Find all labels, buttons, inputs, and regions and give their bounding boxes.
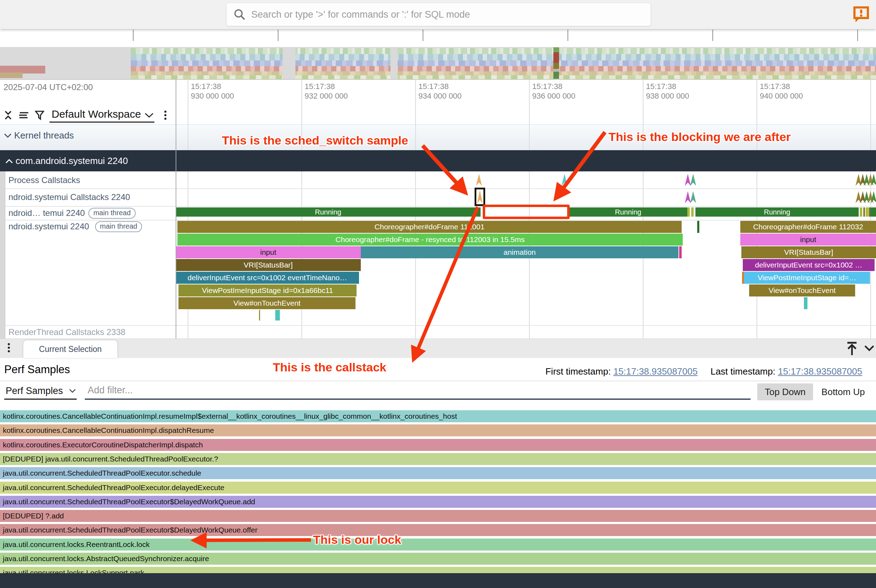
callstack-sample-marker[interactable] [690,191,696,203]
track-label-thread-state[interactable]: ndroid… temui 2240main thread [9,208,136,219]
ruler-major-tick [423,30,423,41]
callstack-frame-row[interactable]: [DEDUPED] ?.add [0,510,876,522]
search-input[interactable] [250,9,640,21]
callstack-frame-row[interactable]: kotlinx.coroutines.ExecutorCoroutineDisp… [0,439,876,451]
track-label-main-thread[interactable]: ndroid.systemui 2240 main thread [9,221,142,232]
last-timestamp-link[interactable]: 15:17:38.935087005 [778,366,862,376]
add-filter-input[interactable] [87,384,749,396]
filter-source-select[interactable]: Perf Samples [6,386,76,396]
track-list-icon[interactable] [18,111,29,119]
first-timestamp-label: First timestamp: [545,366,610,376]
select-underline [4,399,76,400]
annotation-sched-switch: This is the sched_switch sample [222,134,408,147]
workspace-menu-icon[interactable] [164,109,166,121]
kernel-threads-label: Kernel threads [14,130,74,141]
callstack-sample-marker[interactable] [685,191,691,203]
divider [0,220,876,220]
callstack-sample-marker[interactable] [685,174,691,186]
track-label-process-callstacks[interactable]: Process Callstacks [9,175,80,185]
callstack-frame-row[interactable]: kotlinx.coroutines.CancellableContinuati… [0,424,876,436]
callstack-frame-row[interactable]: java.util.concurrent.ScheduledThreadPool… [0,482,876,494]
timeline-slice[interactable]: animation [361,246,678,258]
timeline-slice[interactable]: input [176,246,361,258]
timeline-slice[interactable]: ViewPostImeInputStage id=0x1a66bc11 [178,285,357,297]
timeline-slice[interactable]: Running [695,207,859,217]
timeline-slice[interactable] [691,207,694,217]
callstack-frame-row[interactable]: java.util.concurrent.locks.ReentrantLock… [0,538,876,550]
callstack-frame-row[interactable]: java.util.concurrent.ScheduledThreadPool… [0,524,876,536]
minimap-band-red [131,66,876,71]
chevron-down-icon [3,133,12,138]
panel-resize-edge[interactable] [176,80,176,339]
workspace-selector[interactable]: Default Workspace [50,108,154,123]
collapse-tracks-icon[interactable] [3,111,13,120]
bottom-up-button[interactable]: Bottom Up [816,383,870,400]
time-axis-label: 15:17:38934 000 000 [418,82,462,101]
time-axis-label: 15:17:38932 000 000 [304,82,348,101]
timeline-slice[interactable] [697,221,699,233]
timeline-slice[interactable] [275,310,280,321]
chevron-down-icon[interactable] [144,112,154,118]
minimap-band-olive [131,75,876,79]
selected-sample-box[interactable] [475,188,485,206]
filter-funnel-icon[interactable] [34,110,45,120]
timeline-slice[interactable] [687,207,690,217]
ruler-major-tick [567,30,568,41]
timeline-slice[interactable]: Choreographer#doFrame 112032 [740,221,876,233]
callstack-sample-marker[interactable] [476,174,482,186]
track-label-renderthread[interactable]: RenderThread Callstacks 2338 [9,327,126,337]
callstack-frame-row[interactable]: kotlinx.coroutines.CancellableContinuati… [0,410,876,422]
process-group-header[interactable] [0,150,876,171]
timeline-slice[interactable] [679,246,682,258]
callstack-frame-row[interactable]: java.util.concurrent.locks.AbstractQueue… [0,553,876,565]
tab-current-selection[interactable]: Current Selection [23,340,117,358]
timeline-slice[interactable] [860,207,862,217]
track-label-thread-callstacks[interactable]: ndroid.systemui Callstacks 2240 [9,192,130,202]
timeline-slice[interactable]: ViewPostImeInputStage id=… [744,272,870,284]
timeline-slice[interactable] [868,207,870,217]
timeline-slice[interactable]: input [740,234,876,246]
ruler-major-tick [712,30,713,41]
timeline-slice[interactable] [863,207,865,217]
timeline-slice[interactable]: Choreographer#doFrame 112001 [177,221,682,233]
first-timestamp-link[interactable]: 15:17:38.935087005 [614,366,698,376]
callstack-sample-marker[interactable] [690,174,696,186]
timeline-slice[interactable]: Choreographer#doFrame - resynced to 1120… [177,234,683,246]
timeline-slice[interactable]: Running [569,207,687,217]
timeline-slice[interactable]: deliverInputEvent src=0x1002 … [743,259,874,271]
search-box[interactable] [226,3,651,26]
timeline-slice[interactable] [804,297,807,309]
timeline-slice[interactable]: Running [176,207,481,217]
callstack-frame-row[interactable]: java.util.concurrent.ScheduledThreadPool… [0,467,876,479]
callstack-frame-row[interactable]: [DEDUPED] java.util.concurrent.Scheduled… [0,453,876,465]
blocking-gap-highlight-box [483,205,570,219]
last-timestamp-label: Last timestamp: [711,366,776,376]
minimap-band-blue [131,60,876,66]
time-ruler[interactable]: 15:17:3615:17:3715:17:3815:17:3915:17:40… [0,29,876,47]
ruler-major-tick [133,30,134,41]
annotation-callstack: This is the callstack [273,360,386,374]
timeline-slice[interactable]: View#onTouchEvent [749,285,855,297]
timeline-slice[interactable]: VRI[StatusBar] [741,246,876,258]
top-down-button[interactable]: Top Down [757,383,813,400]
timeline-slice[interactable]: VRI[StatusBar] [176,259,361,271]
panel-menu-icon[interactable] [8,342,10,354]
minimap-idle-gap [390,47,398,79]
callstack-frame-row[interactable]: java.util.concurrent.ScheduledThreadPool… [0,496,876,508]
timeline-slice[interactable]: View#onTouchEvent [178,297,356,309]
minimap-left-activity [0,72,22,78]
collapse-panel-chevron-icon[interactable] [864,345,875,352]
main-thread-badge: main thread [88,208,136,219]
time-axis-label: 15:17:38936 000 000 [532,82,575,101]
callstack-sample-marker[interactable] [561,174,567,186]
time-axis-label: 15:17:38930 000 000 [191,82,234,101]
timeline-slice[interactable] [870,207,876,217]
scroll-to-top-icon[interactable] [845,341,859,356]
trace-overview-minimap[interactable] [0,47,876,80]
feedback-error-icon[interactable] [852,6,869,23]
time-axis-label: 15:17:38938 000 000 [646,82,689,101]
timeline-slice[interactable]: deliverInputEvent src=0x1002 eventTimeNa… [176,272,359,284]
timeline-slice[interactable] [259,310,260,321]
minimap-idle-gap [283,47,296,79]
timeline-slice[interactable] [866,207,868,217]
